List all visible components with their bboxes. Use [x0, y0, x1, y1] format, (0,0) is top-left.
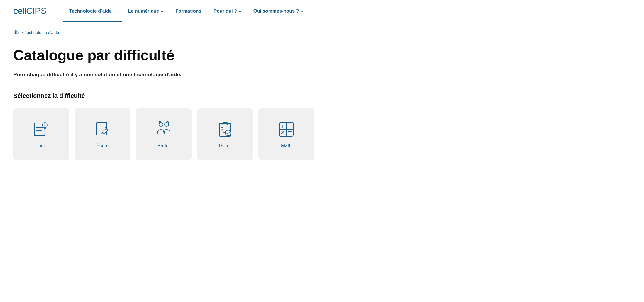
gerer-icon [215, 120, 235, 139]
card-parler-label: Parler [157, 143, 170, 148]
parler-icon [154, 120, 174, 139]
nav-label-numerique: Le numérique [128, 8, 159, 14]
nav-label-pourqui: Pour qui ? [214, 8, 237, 14]
logo-text: cellCIPS [13, 6, 47, 16]
svg-point-23 [159, 121, 161, 123]
nav-item-pourqui[interactable]: Pour qui ? ⌄ [208, 1, 247, 22]
card-lire[interactable]: Lire [13, 108, 69, 160]
svg-rect-13 [97, 122, 107, 135]
nav-item-technologie[interactable]: Technologie d'aide ⌄ [63, 1, 122, 22]
nav-item-formations[interactable]: Formations [169, 1, 208, 22]
breadcrumb-separator: > [21, 30, 23, 35]
breadcrumb-home-icon[interactable] [13, 29, 19, 36]
card-ecrire[interactable]: Écrire [75, 108, 130, 160]
nav-item-numerique[interactable]: Le numérique ⌄ [122, 1, 169, 22]
svg-line-12 [43, 123, 43, 123]
page-title: Catalogue par difficulté [13, 47, 631, 64]
card-gerer-label: Gérer [219, 143, 231, 148]
svg-line-19 [102, 134, 104, 134]
header: cellCIPS Technologie d'aide ⌄ Le numériq… [0, 0, 644, 22]
card-math[interactable]: Math [258, 108, 314, 160]
svg-point-24 [167, 121, 168, 123]
site-logo[interactable]: cellCIPS [13, 6, 47, 16]
nav-label-whoweare: Qui sommes-nous ? [253, 8, 299, 14]
math-icon [277, 120, 296, 139]
nav-label-formations: Formations [175, 8, 201, 14]
nav-label-technologie: Technologie d'aide [69, 8, 112, 14]
card-lire-label: Lire [37, 143, 45, 148]
difficulty-cards: Lire Écrire [13, 108, 631, 160]
card-parler[interactable]: Parler [136, 108, 192, 160]
svg-line-11 [47, 123, 47, 123]
ecrire-icon [93, 120, 112, 139]
chevron-down-icon: ⌄ [113, 9, 116, 13]
lire-icon [31, 120, 51, 139]
chevron-down-icon: ⌄ [160, 9, 163, 13]
main-nav: Technologie d'aide ⌄ Le numérique ⌄ Form… [63, 1, 309, 22]
card-gerer[interactable]: Gérer [197, 108, 253, 160]
main-content: Catalogue par difficulté Pour chaque dif… [0, 38, 644, 177]
card-math-label: Math [281, 143, 292, 148]
breadcrumb: > Technologie d'aide [0, 22, 644, 38]
breadcrumb-current-page[interactable]: Technologie d'aide [25, 30, 59, 35]
chevron-down-icon: ⌄ [300, 9, 303, 13]
chevron-down-icon: ⌄ [238, 9, 241, 13]
section-heading: Sélectionnez la difficulté [13, 92, 631, 99]
card-ecrire-label: Écrire [96, 143, 109, 148]
page-subtitle: Pour chaque difficulté il y a une soluti… [13, 72, 208, 78]
nav-item-whoweare[interactable]: Qui sommes-nous ? ⌄ [247, 1, 309, 22]
